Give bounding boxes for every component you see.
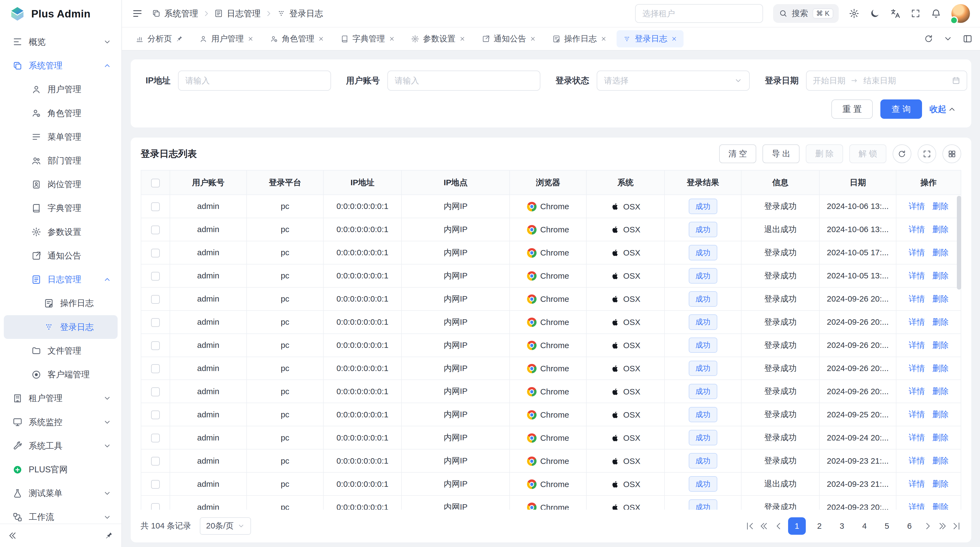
page-6-button[interactable]: 6 (901, 517, 918, 535)
sidebar-item-13[interactable]: 文件管理 (4, 339, 118, 363)
page-2-button[interactable]: 2 (811, 517, 828, 535)
bell-icon[interactable] (931, 8, 941, 19)
toolbar-button-2[interactable]: 删 除 (806, 144, 843, 163)
next-page-icon[interactable] (923, 521, 932, 531)
row-checkbox[interactable] (151, 318, 160, 327)
global-search[interactable]: 搜索 ⌘ K (773, 4, 839, 23)
page-1-button[interactable]: 1 (788, 517, 805, 535)
detail-link[interactable]: 详情 (909, 386, 925, 395)
collapse-filter-link[interactable]: 收起 (929, 104, 956, 115)
collapse-sidebar-icon[interactable] (8, 531, 18, 540)
pin-icon[interactable] (176, 35, 183, 43)
sidebar-item-6[interactable]: 岗位管理 (4, 173, 118, 196)
page-5-button[interactable]: 5 (878, 517, 896, 535)
filter-input-1[interactable] (387, 70, 541, 91)
detail-link[interactable]: 详情 (909, 271, 925, 280)
forward-five-pages-icon[interactable] (937, 521, 947, 531)
delete-link[interactable]: 删除 (932, 317, 949, 326)
toolbar-button-3[interactable]: 解 锁 (850, 144, 886, 163)
row-checkbox[interactable] (151, 410, 160, 419)
sidebar-item-9[interactable]: 通知公告 (4, 244, 118, 268)
last-page-icon[interactable] (952, 521, 961, 531)
delete-link[interactable]: 删除 (932, 386, 949, 395)
sidebar-item-5[interactable]: 部门管理 (4, 149, 118, 172)
delete-link[interactable]: 删除 (932, 225, 949, 234)
sidebar-item-1[interactable]: 系统管理 (4, 54, 118, 77)
panel-layout-icon[interactable] (963, 34, 973, 44)
close-icon[interactable] (530, 36, 536, 42)
close-icon[interactable] (247, 36, 254, 42)
delete-link[interactable]: 删除 (932, 410, 949, 419)
filter-input-0[interactable] (178, 70, 331, 91)
chevron-down-icon[interactable] (943, 34, 953, 43)
tab-4[interactable]: 参数设置 (405, 30, 472, 48)
close-icon[interactable] (459, 36, 466, 42)
tenant-select-input[interactable] (635, 4, 763, 23)
sidebar-item-10[interactable]: 日志管理 (4, 268, 118, 292)
prev-page-icon[interactable] (774, 521, 783, 531)
row-checkbox[interactable] (151, 226, 160, 234)
sidebar-item-20[interactable]: 工作流 (4, 506, 118, 523)
breadcrumb-item-0[interactable]: 系统管理 (152, 8, 198, 19)
detail-link[interactable]: 详情 (909, 433, 925, 442)
sidebar-item-16[interactable]: 系统监控 (4, 410, 118, 434)
detail-link[interactable]: 详情 (909, 341, 925, 349)
tab-2[interactable]: 角色管理 (264, 30, 331, 48)
delete-link[interactable]: 删除 (932, 479, 949, 488)
row-checkbox[interactable] (151, 203, 160, 211)
page-size-select[interactable]: 20条/页 (200, 517, 251, 535)
table-fullscreen-button[interactable] (918, 144, 937, 163)
close-icon[interactable] (601, 36, 607, 42)
delete-link[interactable]: 删除 (932, 364, 949, 373)
column-settings-button[interactable] (942, 144, 961, 163)
tab-7[interactable]: 登录日志 (617, 30, 684, 48)
sidebar-item-17[interactable]: 系统工具 (4, 434, 118, 458)
delete-link[interactable]: 删除 (932, 271, 949, 280)
user-avatar[interactable] (951, 4, 970, 23)
sidebar-item-2[interactable]: 用户管理 (4, 78, 118, 101)
detail-link[interactable]: 详情 (909, 456, 925, 465)
sidebar-item-14[interactable]: 客户端管理 (4, 363, 118, 386)
refresh-icon[interactable] (924, 34, 933, 43)
detail-link[interactable]: 详情 (909, 410, 925, 419)
translate-icon[interactable] (890, 8, 901, 19)
sidebar-item-0[interactable]: 概览 (4, 30, 118, 54)
row-checkbox[interactable] (151, 388, 160, 396)
sidebar-item-11[interactable]: 操作日志 (4, 292, 118, 315)
tab-1[interactable]: 用户管理 (193, 30, 260, 48)
tab-3[interactable]: 字典管理 (334, 30, 401, 48)
tab-5[interactable]: 通知公告 (476, 30, 542, 48)
close-icon[interactable] (389, 36, 395, 42)
first-page-icon[interactable] (745, 521, 754, 531)
breadcrumb-item-1[interactable]: 日志管理 (214, 8, 261, 19)
detail-link[interactable]: 详情 (909, 294, 925, 303)
row-checkbox[interactable] (151, 272, 160, 281)
delete-link[interactable]: 删除 (932, 294, 949, 303)
filter-select-2[interactable]: 请选择 (597, 70, 750, 91)
row-checkbox[interactable] (151, 480, 160, 489)
row-checkbox[interactable] (151, 341, 160, 350)
delete-link[interactable]: 删除 (932, 433, 949, 442)
query-button[interactable]: 查 询 (880, 99, 922, 119)
sidebar-item-12[interactable]: 登录日志 (4, 315, 118, 339)
delete-link[interactable]: 删除 (932, 502, 949, 510)
table-scrollbar[interactable] (957, 196, 961, 290)
tab-0[interactable]: 分析页 (129, 30, 189, 48)
pin-sidebar-icon[interactable] (105, 531, 113, 540)
detail-link[interactable]: 详情 (909, 248, 925, 257)
sidebar-item-3[interactable]: 角色管理 (4, 101, 118, 125)
fullscreen-icon[interactable] (911, 8, 921, 19)
detail-link[interactable]: 详情 (909, 364, 925, 373)
row-checkbox[interactable] (151, 364, 160, 373)
detail-link[interactable]: 详情 (909, 202, 925, 211)
refresh-table-button[interactable] (892, 144, 912, 163)
toolbar-button-1[interactable]: 导 出 (762, 144, 800, 163)
delete-link[interactable]: 删除 (932, 456, 949, 465)
page-4-button[interactable]: 4 (856, 517, 873, 535)
tab-6[interactable]: 操作日志 (546, 30, 613, 48)
gear-icon[interactable] (849, 8, 859, 19)
toolbar-button-0[interactable]: 清 空 (719, 144, 756, 163)
select-all-checkbox[interactable] (151, 179, 160, 187)
filter-daterange[interactable]: 开始日期结束日期 (806, 70, 967, 91)
row-checkbox[interactable] (151, 295, 160, 304)
